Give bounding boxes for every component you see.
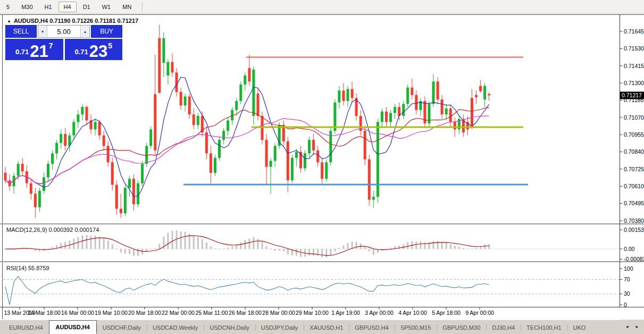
chart-tab-USDCNH-Daily[interactable]: USDCNH,Daily	[204, 321, 255, 334]
volume-stepper: ▼ 5.00 ▲	[38, 25, 90, 38]
svg-text:0.71645: 0.71645	[624, 28, 644, 35]
buy-button[interactable]: BUY	[91, 25, 122, 38]
timeframe-button-MN[interactable]: MN	[117, 2, 137, 12]
timeframe-button-M30[interactable]: M30	[16, 2, 38, 12]
svg-text:0.71217: 0.71217	[622, 92, 642, 98]
svg-text:30: 30	[624, 290, 630, 297]
timeframe-button-H1[interactable]: H1	[39, 2, 57, 12]
time-axis: 13 Mar 201914 Mar 18:0016 Mar 00:0019 Ma…	[4, 307, 494, 316]
chart-tab-TECH100-H1[interactable]: TECH100,H1	[521, 321, 567, 334]
chart-tab-XAUUSD-H1[interactable]: XAUUSD,H1	[304, 321, 349, 334]
macd-axis: 0.0015380.00-0.000835	[620, 227, 644, 263]
chart-tab-AUDUSD-H4[interactable]: AUDUSD,H4	[49, 320, 97, 334]
chart-tab-UKO[interactable]: UKO	[567, 321, 592, 334]
svg-text:0.001538: 0.001538	[624, 227, 644, 233]
svg-text:19 Mar 10:00: 19 Mar 10:00	[95, 310, 128, 316]
svg-text:0.70495: 0.70495	[624, 200, 644, 206]
svg-text:0.70725: 0.70725	[624, 166, 644, 172]
rsi-indicator-label: RSI(14) 55.8759	[6, 265, 49, 271]
macd-histogram	[5, 230, 490, 257]
svg-text:0: 0	[624, 302, 627, 308]
volume-input[interactable]: 5.00	[47, 26, 80, 37]
chart-tab-DJ30-H4[interactable]: DJ30,H4	[486, 321, 521, 334]
tab-scroll-left-icon[interactable]: ◄	[625, 324, 629, 329]
current-price-label: 0.71217	[620, 91, 644, 99]
svg-text:3 Apr 00:00: 3 Apr 00:00	[365, 310, 394, 316]
macd-indicator-label: MACD(12,26,9) 0.000392 0.000174	[6, 227, 99, 233]
sell-button[interactable]: SELL	[5, 25, 37, 38]
svg-text:0.70840: 0.70840	[624, 148, 644, 155]
svg-text:0.70610: 0.70610	[624, 183, 644, 189]
rsi-axis: 10070300	[620, 265, 633, 308]
tab-scroll-right-icon[interactable]: ►	[635, 324, 639, 329]
svg-text:22 Mar 00:00: 22 Mar 00:00	[162, 310, 195, 316]
bid-pips: 21	[30, 45, 48, 58]
timeframe-button-D1[interactable]: D1	[78, 2, 96, 12]
timeframe-button-W1[interactable]: W1	[97, 2, 116, 12]
svg-text:0.00: 0.00	[624, 246, 635, 252]
svg-text:28 Mar 00:00: 28 Mar 00:00	[262, 310, 295, 316]
chart-tab-EURUSD-H4[interactable]: EURUSD,H4	[3, 321, 49, 334]
svg-text:20 Mar 18:00: 20 Mar 18:00	[128, 310, 161, 316]
svg-text:14 Mar 18:00: 14 Mar 18:00	[28, 310, 61, 316]
svg-text:0.71415: 0.71415	[624, 63, 644, 69]
svg-text:0.70380: 0.70380	[624, 218, 644, 224]
chart-tab-SP500-M15[interactable]: SP500,M15	[395, 321, 437, 334]
ask-pips: 23	[89, 45, 107, 58]
svg-text:4 Apr 10:00: 4 Apr 10:00	[398, 310, 427, 316]
svg-text:70: 70	[624, 276, 630, 282]
timeframe-toolbar: 5M30H1H4D1W1MN	[0, 0, 644, 14]
bid-pipette: 7	[49, 41, 53, 50]
svg-text:0.70955: 0.70955	[624, 131, 644, 138]
ask-prefix: 0.71	[74, 48, 88, 56]
svg-text:-0.000835: -0.000835	[624, 256, 644, 262]
one-click-collapse-icon[interactable]: ▲	[7, 19, 11, 23]
tab-scroll-arrows: ◄ ►	[621, 320, 644, 334]
ask-price-display[interactable]: 0.71 23 5	[65, 39, 123, 60]
svg-text:25 Mar 11:00: 25 Mar 11:00	[195, 310, 228, 316]
chart-tab-USDJPY-Daily[interactable]: USDJPY,Daily	[255, 321, 304, 334]
svg-text:0.71070: 0.71070	[624, 114, 644, 121]
timeframe-button-5[interactable]: 5	[1, 2, 15, 12]
toolbar-separator	[142, 2, 143, 12]
rsi-line	[5, 276, 489, 305]
svg-text:100: 100	[624, 265, 633, 272]
chart-tab-USDCHF-Daily[interactable]: USDCHF,Daily	[97, 321, 147, 334]
bid-price-display[interactable]: 0.71 21 7	[5, 39, 63, 60]
symbol-ohlc-header: ▲AUDUSD,H4 0.71190 0.71226 0.71181 0.712…	[7, 18, 138, 24]
volume-increase-button[interactable]: ▲	[80, 26, 89, 37]
svg-text:1 Apr 19:00: 1 Apr 19:00	[331, 310, 360, 316]
ask-pipette: 5	[108, 41, 112, 50]
price-axis: 0.716450.715300.714150.713000.711850.710…	[620, 28, 644, 224]
one-click-trading-panel: SELL ▼ 5.00 ▲ BUY 0.71 21 7 0.71 23 5	[5, 25, 122, 60]
svg-text:29 Mar 10:00: 29 Mar 10:00	[296, 310, 329, 316]
chart-tab-GBPUSD-H4[interactable]: GBPUSD,H4	[349, 321, 395, 334]
bid-prefix: 0.71	[15, 48, 29, 56]
svg-text:0.71300: 0.71300	[624, 80, 644, 86]
svg-text:26 Mar 18:00: 26 Mar 18:00	[229, 310, 262, 316]
svg-text:5 Apr 18:00: 5 Apr 18:00	[432, 310, 461, 316]
svg-text:9 Apr 00:00: 9 Apr 00:00	[465, 310, 494, 316]
chart-tab-USDCAD-Weekly[interactable]: USDCAD,Weekly	[147, 321, 204, 334]
ohlc-text: AUDUSD,H4 0.71190 0.71226 0.71181 0.7121…	[14, 18, 138, 24]
chart-tab-GBPUSD-M30[interactable]: GBPUSD,M30	[437, 321, 486, 334]
chart-tabs-bar: EURUSD,H4AUDUSD,H4USDCHF,DailyUSDCAD,Wee…	[0, 320, 644, 334]
svg-text:0.71530: 0.71530	[624, 45, 644, 52]
volume-decrease-button[interactable]: ▼	[38, 26, 47, 37]
timeframe-button-H4[interactable]: H4	[58, 2, 77, 12]
svg-text:16 Mar 00:00: 16 Mar 00:00	[61, 310, 94, 316]
